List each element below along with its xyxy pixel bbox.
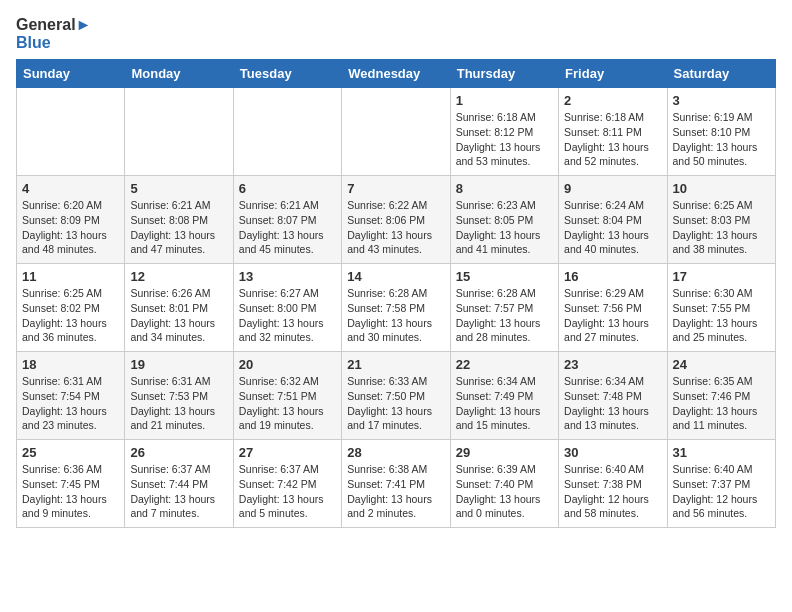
day-number: 19 (130, 357, 227, 372)
day-info: Sunrise: 6:28 AM Sunset: 7:58 PM Dayligh… (347, 286, 444, 345)
day-info: Sunrise: 6:27 AM Sunset: 8:00 PM Dayligh… (239, 286, 336, 345)
week-row-3: 11Sunrise: 6:25 AM Sunset: 8:02 PM Dayli… (17, 264, 776, 352)
day-info: Sunrise: 6:21 AM Sunset: 8:08 PM Dayligh… (130, 198, 227, 257)
day-info: Sunrise: 6:32 AM Sunset: 7:51 PM Dayligh… (239, 374, 336, 433)
day-number: 22 (456, 357, 553, 372)
week-row-4: 18Sunrise: 6:31 AM Sunset: 7:54 PM Dayli… (17, 352, 776, 440)
day-number: 29 (456, 445, 553, 460)
day-cell-29: 29Sunrise: 6:39 AM Sunset: 7:40 PM Dayli… (450, 440, 558, 528)
weekday-header-row: SundayMondayTuesdayWednesdayThursdayFrid… (17, 60, 776, 88)
day-info: Sunrise: 6:29 AM Sunset: 7:56 PM Dayligh… (564, 286, 661, 345)
day-number: 9 (564, 181, 661, 196)
week-row-1: 1Sunrise: 6:18 AM Sunset: 8:12 PM Daylig… (17, 88, 776, 176)
day-cell-19: 19Sunrise: 6:31 AM Sunset: 7:53 PM Dayli… (125, 352, 233, 440)
day-number: 3 (673, 93, 770, 108)
day-info: Sunrise: 6:34 AM Sunset: 7:49 PM Dayligh… (456, 374, 553, 433)
day-info: Sunrise: 6:22 AM Sunset: 8:06 PM Dayligh… (347, 198, 444, 257)
day-cell-9: 9Sunrise: 6:24 AM Sunset: 8:04 PM Daylig… (559, 176, 667, 264)
day-info: Sunrise: 6:18 AM Sunset: 8:11 PM Dayligh… (564, 110, 661, 169)
day-info: Sunrise: 6:21 AM Sunset: 8:07 PM Dayligh… (239, 198, 336, 257)
weekday-header-friday: Friday (559, 60, 667, 88)
day-info: Sunrise: 6:18 AM Sunset: 8:12 PM Dayligh… (456, 110, 553, 169)
day-info: Sunrise: 6:28 AM Sunset: 7:57 PM Dayligh… (456, 286, 553, 345)
day-number: 21 (347, 357, 444, 372)
day-number: 15 (456, 269, 553, 284)
day-number: 12 (130, 269, 227, 284)
logo-text: General► Blue (16, 16, 91, 51)
weekday-header-wednesday: Wednesday (342, 60, 450, 88)
day-info: Sunrise: 6:26 AM Sunset: 8:01 PM Dayligh… (130, 286, 227, 345)
day-number: 14 (347, 269, 444, 284)
day-cell-20: 20Sunrise: 6:32 AM Sunset: 7:51 PM Dayli… (233, 352, 341, 440)
weekday-header-saturday: Saturday (667, 60, 775, 88)
day-cell-7: 7Sunrise: 6:22 AM Sunset: 8:06 PM Daylig… (342, 176, 450, 264)
empty-cell (125, 88, 233, 176)
day-info: Sunrise: 6:24 AM Sunset: 8:04 PM Dayligh… (564, 198, 661, 257)
day-info: Sunrise: 6:25 AM Sunset: 8:03 PM Dayligh… (673, 198, 770, 257)
day-number: 18 (22, 357, 119, 372)
day-info: Sunrise: 6:37 AM Sunset: 7:44 PM Dayligh… (130, 462, 227, 521)
day-info: Sunrise: 6:31 AM Sunset: 7:54 PM Dayligh… (22, 374, 119, 433)
day-info: Sunrise: 6:20 AM Sunset: 8:09 PM Dayligh… (22, 198, 119, 257)
day-number: 26 (130, 445, 227, 460)
day-cell-25: 25Sunrise: 6:36 AM Sunset: 7:45 PM Dayli… (17, 440, 125, 528)
day-number: 11 (22, 269, 119, 284)
day-number: 27 (239, 445, 336, 460)
day-number: 4 (22, 181, 119, 196)
day-info: Sunrise: 6:33 AM Sunset: 7:50 PM Dayligh… (347, 374, 444, 433)
day-info: Sunrise: 6:35 AM Sunset: 7:46 PM Dayligh… (673, 374, 770, 433)
day-cell-8: 8Sunrise: 6:23 AM Sunset: 8:05 PM Daylig… (450, 176, 558, 264)
day-cell-12: 12Sunrise: 6:26 AM Sunset: 8:01 PM Dayli… (125, 264, 233, 352)
day-info: Sunrise: 6:19 AM Sunset: 8:10 PM Dayligh… (673, 110, 770, 169)
day-cell-15: 15Sunrise: 6:28 AM Sunset: 7:57 PM Dayli… (450, 264, 558, 352)
day-cell-27: 27Sunrise: 6:37 AM Sunset: 7:42 PM Dayli… (233, 440, 341, 528)
weekday-header-tuesday: Tuesday (233, 60, 341, 88)
day-cell-24: 24Sunrise: 6:35 AM Sunset: 7:46 PM Dayli… (667, 352, 775, 440)
day-number: 5 (130, 181, 227, 196)
day-info: Sunrise: 6:36 AM Sunset: 7:45 PM Dayligh… (22, 462, 119, 521)
day-number: 24 (673, 357, 770, 372)
day-number: 16 (564, 269, 661, 284)
day-cell-23: 23Sunrise: 6:34 AM Sunset: 7:48 PM Dayli… (559, 352, 667, 440)
day-number: 23 (564, 357, 661, 372)
day-cell-14: 14Sunrise: 6:28 AM Sunset: 7:58 PM Dayli… (342, 264, 450, 352)
logo: General► Blue (16, 16, 91, 51)
page-header: General► Blue (16, 16, 776, 51)
weekday-header-thursday: Thursday (450, 60, 558, 88)
week-row-5: 25Sunrise: 6:36 AM Sunset: 7:45 PM Dayli… (17, 440, 776, 528)
day-cell-10: 10Sunrise: 6:25 AM Sunset: 8:03 PM Dayli… (667, 176, 775, 264)
day-cell-21: 21Sunrise: 6:33 AM Sunset: 7:50 PM Dayli… (342, 352, 450, 440)
day-number: 25 (22, 445, 119, 460)
day-cell-31: 31Sunrise: 6:40 AM Sunset: 7:37 PM Dayli… (667, 440, 775, 528)
day-number: 30 (564, 445, 661, 460)
day-info: Sunrise: 6:39 AM Sunset: 7:40 PM Dayligh… (456, 462, 553, 521)
day-info: Sunrise: 6:23 AM Sunset: 8:05 PM Dayligh… (456, 198, 553, 257)
day-number: 13 (239, 269, 336, 284)
week-row-2: 4Sunrise: 6:20 AM Sunset: 8:09 PM Daylig… (17, 176, 776, 264)
day-cell-26: 26Sunrise: 6:37 AM Sunset: 7:44 PM Dayli… (125, 440, 233, 528)
empty-cell (17, 88, 125, 176)
day-number: 1 (456, 93, 553, 108)
day-cell-6: 6Sunrise: 6:21 AM Sunset: 8:07 PM Daylig… (233, 176, 341, 264)
day-cell-2: 2Sunrise: 6:18 AM Sunset: 8:11 PM Daylig… (559, 88, 667, 176)
calendar-table: SundayMondayTuesdayWednesdayThursdayFrid… (16, 59, 776, 528)
day-cell-3: 3Sunrise: 6:19 AM Sunset: 8:10 PM Daylig… (667, 88, 775, 176)
day-info: Sunrise: 6:40 AM Sunset: 7:37 PM Dayligh… (673, 462, 770, 521)
day-number: 8 (456, 181, 553, 196)
day-number: 28 (347, 445, 444, 460)
day-info: Sunrise: 6:30 AM Sunset: 7:55 PM Dayligh… (673, 286, 770, 345)
day-number: 20 (239, 357, 336, 372)
day-cell-28: 28Sunrise: 6:38 AM Sunset: 7:41 PM Dayli… (342, 440, 450, 528)
day-number: 31 (673, 445, 770, 460)
day-number: 7 (347, 181, 444, 196)
day-cell-16: 16Sunrise: 6:29 AM Sunset: 7:56 PM Dayli… (559, 264, 667, 352)
day-number: 2 (564, 93, 661, 108)
day-info: Sunrise: 6:34 AM Sunset: 7:48 PM Dayligh… (564, 374, 661, 433)
day-number: 17 (673, 269, 770, 284)
weekday-header-monday: Monday (125, 60, 233, 88)
day-cell-18: 18Sunrise: 6:31 AM Sunset: 7:54 PM Dayli… (17, 352, 125, 440)
weekday-header-sunday: Sunday (17, 60, 125, 88)
day-cell-22: 22Sunrise: 6:34 AM Sunset: 7:49 PM Dayli… (450, 352, 558, 440)
empty-cell (233, 88, 341, 176)
day-info: Sunrise: 6:37 AM Sunset: 7:42 PM Dayligh… (239, 462, 336, 521)
